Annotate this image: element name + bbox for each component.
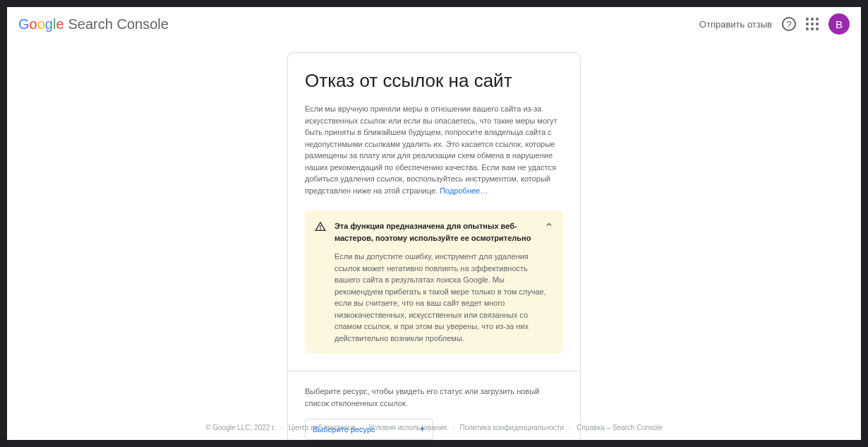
footer-link[interactable]: Справка – Search Console [573,424,666,431]
divider [288,371,580,371]
disavow-card: Отказ от ссылок на сайт Если мы вручную … [287,52,581,440]
feedback-link[interactable]: Отправить отзыв [699,19,772,30]
apps-icon[interactable] [806,18,819,30]
help-icon[interactable]: ? [782,17,796,31]
footer: © Google LLC, 2022 г. · Центр веб-мастер… [7,424,861,431]
page-description: Если мы вручную приняли меры в отношении… [305,103,563,196]
select-prompt: Выберите ресурс, чтобы увидеть его стату… [305,386,563,409]
chevron-up-icon[interactable] [545,220,553,229]
footer-link[interactable]: Условия использования [365,424,450,431]
warning-title: Эта функция предназначена для опытных ве… [334,220,553,244]
warning-body: Эта функция предназначена для опытных ве… [334,220,553,344]
warning-icon [315,221,326,344]
svg-point-1 [320,229,321,230]
logo[interactable]: Google Search Console [18,16,169,32]
header-actions: Отправить отзыв ? В [699,13,850,35]
google-logo-icon: Google [18,16,64,32]
logo-product-name: Search Console [68,16,169,32]
footer-link[interactable]: Центр веб-мастеров [285,424,359,431]
content-area: Отказ от ссылок на сайт Если мы вручную … [7,41,861,440]
warning-text: Если вы допустите ошибку, инструмент для… [334,251,553,344]
footer-link[interactable]: Политика конфиденциальности [456,424,567,431]
header: Google Search Console Отправить отзыв ? … [7,7,861,41]
page-title: Отказ от ссылок на сайт [305,70,563,92]
learn-more-link[interactable]: Подробнее… [440,186,488,195]
warning-box: Эта функция предназначена для опытных ве… [305,210,563,354]
avatar[interactable]: В [828,13,850,35]
app-window: Google Search Console Отправить отзыв ? … [7,7,861,440]
footer-copyright: © Google LLC, 2022 г. [202,424,279,431]
description-text: Если мы вручную приняли меры в отношении… [305,105,557,195]
